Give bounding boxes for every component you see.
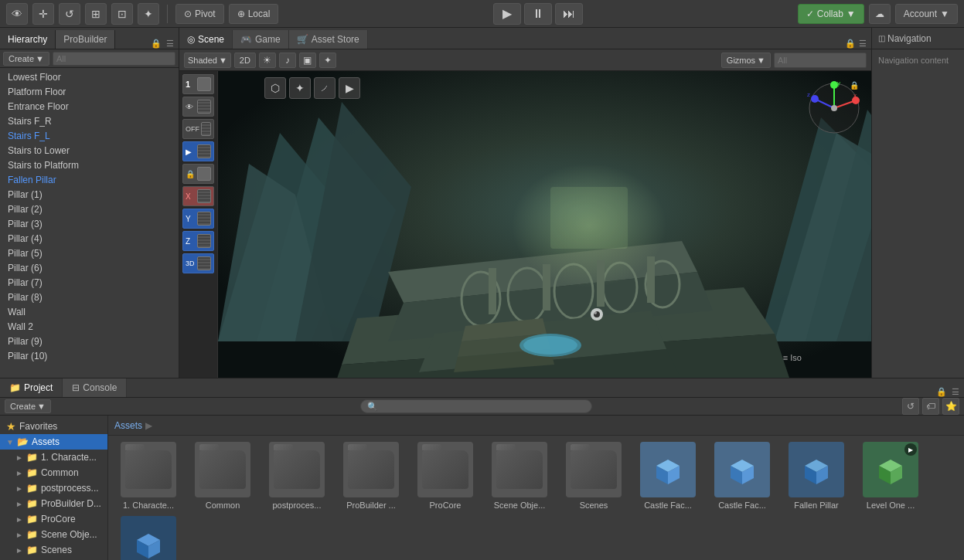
hierarchy-item[interactable]: Pillar (3) (0, 216, 179, 231)
pb-btn-eye[interactable]: 👁 (182, 97, 214, 117)
scene-menu-icon[interactable]: ☰ (857, 39, 868, 49)
menu-icon[interactable]: ☰ (165, 39, 175, 49)
hierarchy-item[interactable]: Pillar (10) (0, 348, 179, 363)
asset-item[interactable]: ▶Level One ... (857, 442, 925, 510)
sidebar-item[interactable]: ►📁Scenes (0, 542, 107, 558)
hierarchy-item[interactable]: Stairs to Lower (0, 143, 179, 158)
sidebar-item[interactable]: ►📁ProCore (0, 511, 107, 527)
hierarchy-item[interactable]: Stairs F_R (0, 114, 179, 128)
pb-btn-arrow[interactable]: ▶ (182, 141, 214, 161)
asset-item[interactable]: postproces... (263, 442, 331, 510)
move-tool-btn[interactable]: ✛ (32, 3, 54, 25)
pb-btn-y[interactable]: Y (182, 209, 214, 229)
asset-play-btn[interactable]: ▶ (904, 443, 917, 456)
sidebar-item[interactable]: ►📁1. Characte... (0, 450, 107, 465)
asset-item[interactable]: Scenes (560, 442, 628, 510)
collab-button[interactable]: ✓ Collab ▼ (798, 4, 864, 24)
scene-tool-cube[interactable]: ⬡ (264, 77, 286, 99)
gizmos-btn[interactable]: Gizmos ▼ (721, 53, 771, 68)
pb-btn-1[interactable]: 1 (182, 74, 214, 94)
hierarchy-item[interactable]: Pillar (9) (0, 334, 179, 348)
label-icon-btn[interactable]: 🏷 (922, 398, 939, 415)
tab-console[interactable]: ⊟ Console (63, 378, 127, 397)
scene-lock-icon[interactable]: 🔒 (843, 39, 857, 49)
pb-btn-lock[interactable]: 🔒 (182, 164, 214, 184)
pb-btn-3d[interactable]: 3D (182, 253, 214, 273)
tab-scene[interactable]: ◎ Scene (179, 30, 233, 49)
account-label: Account (904, 8, 937, 19)
asset-item[interactable]: Castle Fac... (708, 442, 776, 510)
tab-project[interactable]: 📁 Project (0, 378, 63, 397)
scene-tool-vertex[interactable]: ✦ (289, 77, 311, 99)
asset-item[interactable]: Common (189, 442, 257, 510)
asset-item[interactable]: 1. Characte... (114, 442, 182, 510)
audio-btn[interactable]: ♪ (279, 53, 296, 68)
sidebar-item[interactable]: ▼📂Assets (0, 434, 107, 450)
hierarchy-item[interactable]: Wall (0, 304, 179, 319)
hierarchy-item[interactable]: Stairs to Platform (0, 158, 179, 172)
assets-breadcrumb[interactable]: Assets (114, 420, 142, 431)
asset-item[interactable]: ProCore (411, 442, 479, 510)
asset-item[interactable]: PillarDama... (114, 516, 182, 560)
bottom-tabs: 📁 Project ⊟ Console 🔒 ☰ (0, 378, 964, 398)
pb-btn-z[interactable]: Z (182, 231, 214, 251)
2d-btn[interactable]: 2D (234, 53, 256, 68)
hierarchy-item[interactable]: Pillar (6) (0, 260, 179, 275)
asset-item[interactable]: Scene Obje... (485, 442, 554, 510)
sidebar-item[interactable]: ►📁Common (0, 465, 107, 480)
hierarchy-item[interactable]: Fallen Pillar (0, 172, 179, 187)
hierarchy-item[interactable]: Platform Floor (0, 84, 179, 99)
hierarchy-item[interactable]: Pillar (5) (0, 246, 179, 260)
fx-btn[interactable]: ✦ (319, 53, 336, 68)
hierarchy-item[interactable]: Pillar (4) (0, 231, 179, 246)
pause-button[interactable]: ⏸ (524, 3, 552, 25)
scale-tool-btn[interactable]: ⊡ (111, 3, 133, 25)
favorites-item[interactable]: ★ Favorites (0, 419, 107, 434)
tab-hierarchy[interactable]: Hierarchy (0, 30, 56, 49)
screen-btn[interactable]: ▣ (299, 53, 316, 68)
transform-btn[interactable]: ✦ (138, 3, 159, 25)
project-search[interactable] (360, 399, 592, 413)
tab-game[interactable]: 🎮 Game (233, 30, 289, 49)
star-icon-btn[interactable]: ⭐ (942, 398, 959, 415)
pb-btn-off[interactable]: OFF (182, 119, 214, 139)
play-button[interactable]: ▶ (493, 3, 521, 25)
hierarchy-item[interactable]: Pillar (1) (0, 187, 179, 202)
lock-icon[interactable]: 🔒 (149, 39, 163, 49)
sun-btn[interactable]: ☀ (259, 53, 276, 68)
hierarchy-item[interactable]: Pillar (8) (0, 290, 179, 304)
scene-tool-paint[interactable]: ⟋ (314, 77, 336, 99)
refresh-btn[interactable]: ↺ (59, 3, 80, 25)
tab-asset-store[interactable]: 🛒 Asset Store (289, 30, 368, 49)
refresh-icon-btn[interactable]: ↺ (902, 398, 919, 415)
hierarchy-item[interactable]: Entrance Floor (0, 99, 179, 114)
account-button[interactable]: Account ▼ (895, 4, 958, 24)
hierarchy-item[interactable]: Lowest Floor (0, 70, 179, 84)
tab-probuilder[interactable]: ProBuilder (56, 30, 115, 49)
scene-search[interactable] (774, 53, 867, 68)
hierarchy-item[interactable]: Wall 2 (0, 319, 179, 334)
hierarchy-item[interactable]: Pillar (2) (0, 202, 179, 216)
hierarchy-item[interactable]: Stairs F_L (0, 128, 179, 143)
sidebar-item[interactable]: ►📁ProBuilder D... (0, 496, 107, 511)
asset-item[interactable]: ProBuilder ... (337, 442, 405, 510)
cloud-button[interactable]: ☁ (869, 4, 891, 24)
asset-item[interactable]: Castle Fac... (634, 442, 702, 510)
bottom-menu-icon[interactable]: ☰ (950, 387, 961, 397)
bottom-lock-icon[interactable]: 🔒 (935, 387, 949, 397)
pb-btn-x[interactable]: X (182, 186, 214, 206)
project-create-btn[interactable]: Create ▼ (5, 399, 51, 413)
hierarchy-item[interactable]: Pillar (7) (0, 275, 179, 290)
scene-tool-play[interactable]: ▶ (339, 77, 360, 99)
shaded-dropdown[interactable]: Shaded ▼ (184, 53, 231, 68)
sidebar-item[interactable]: ►📁postprocess... (0, 480, 107, 496)
hierarchy-search[interactable] (53, 52, 175, 66)
asset-item[interactable]: Fallen Pillar (782, 442, 850, 510)
eye-tool-btn[interactable]: 👁 (6, 3, 28, 25)
rect-tool-btn[interactable]: ⊞ (85, 3, 107, 25)
create-button[interactable]: Create ▼ (3, 52, 49, 66)
step-button[interactable]: ⏭ (555, 3, 583, 25)
pivot-btn[interactable]: ⊙ Pivot (175, 4, 224, 24)
sidebar-item[interactable]: ►📁Scene Obje... (0, 527, 107, 542)
local-btn[interactable]: ⊕ Local (229, 4, 279, 24)
